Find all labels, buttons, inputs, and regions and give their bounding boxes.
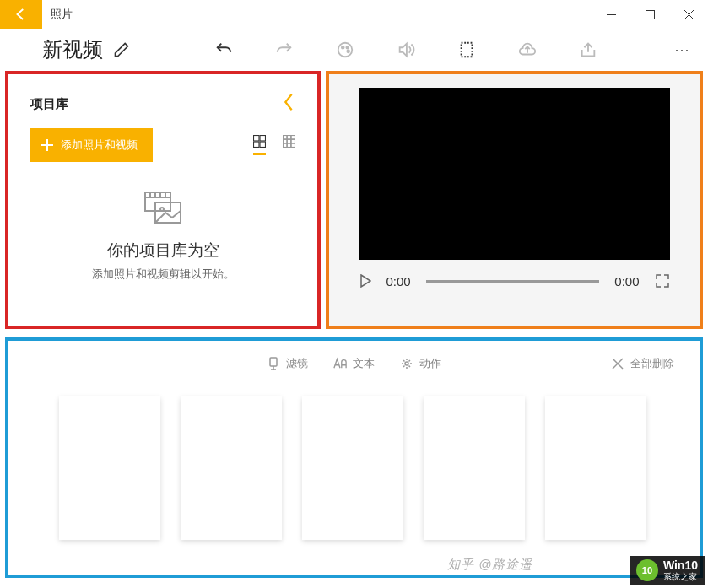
svg-rect-23 xyxy=(291,143,295,147)
svg-point-4 xyxy=(338,43,353,57)
library-panel: 项目库 添加照片和视频 你的项目库为空 添加照片和视频剪辑以开始。 xyxy=(5,71,321,329)
minimize-icon xyxy=(607,10,616,19)
svg-rect-22 xyxy=(287,143,290,147)
text-button[interactable]: 文本 xyxy=(333,356,375,371)
svg-rect-1 xyxy=(646,10,654,19)
clip-placeholder[interactable] xyxy=(59,396,160,540)
add-media-label: 添加照片和视频 xyxy=(61,138,138,153)
video-preview[interactable] xyxy=(359,88,670,260)
share-icon[interactable] xyxy=(579,40,597,59)
empty-subtitle: 添加照片和视频剪辑以开始。 xyxy=(30,267,295,282)
svg-rect-21 xyxy=(284,143,287,147)
motion-button[interactable]: 动作 xyxy=(400,356,441,371)
titlebar: 照片 xyxy=(0,0,708,29)
maximize-icon xyxy=(646,10,655,19)
svg-rect-8 xyxy=(462,43,473,57)
add-media-button[interactable]: 添加照片和视频 xyxy=(30,128,153,162)
svg-rect-12 xyxy=(260,136,265,141)
svg-rect-19 xyxy=(287,139,290,143)
clip-placeholder[interactable] xyxy=(302,396,403,540)
back-button[interactable] xyxy=(0,0,42,29)
svg-rect-18 xyxy=(284,139,287,143)
svg-rect-17 xyxy=(291,136,295,139)
arrow-left-icon xyxy=(14,7,29,22)
clip-strip xyxy=(8,380,700,557)
clip-placeholder[interactable] xyxy=(545,396,646,540)
main-toolbar: 新视频 ⋯ xyxy=(0,29,708,71)
filter-icon xyxy=(267,357,280,370)
grid-large-icon[interactable] xyxy=(253,135,266,155)
grid-small-icon[interactable] xyxy=(283,135,295,148)
redo-icon[interactable] xyxy=(275,40,294,59)
cloud-icon[interactable] xyxy=(518,40,537,59)
svg-rect-16 xyxy=(287,136,290,139)
empty-title: 你的项目库为空 xyxy=(30,240,295,262)
svg-rect-11 xyxy=(254,136,259,141)
media-empty-icon xyxy=(143,191,182,224)
undo-icon[interactable] xyxy=(214,40,233,59)
motion-icon xyxy=(400,357,413,370)
pencil-icon[interactable] xyxy=(113,41,130,58)
collapse-library-button[interactable] xyxy=(282,93,295,115)
watermark-win10: 10 Win10 系统之家 xyxy=(630,556,705,585)
time-current: 0:00 xyxy=(386,274,411,289)
svg-point-33 xyxy=(405,362,408,365)
play-button[interactable] xyxy=(359,274,371,288)
svg-rect-14 xyxy=(260,142,265,147)
maximize-button[interactable] xyxy=(630,0,669,29)
fullscreen-button[interactable] xyxy=(655,273,670,289)
clip-placeholder[interactable] xyxy=(181,396,282,540)
app-title: 照片 xyxy=(51,7,73,22)
svg-rect-13 xyxy=(254,142,259,147)
svg-point-7 xyxy=(347,50,349,52)
filter-button[interactable]: 滤镜 xyxy=(267,356,308,371)
svg-rect-20 xyxy=(291,139,295,143)
svg-point-6 xyxy=(346,46,349,49)
storyboard-panel: 滤镜 文本 动作 全部删除 xyxy=(5,337,703,578)
delete-all-button[interactable]: 全部删除 xyxy=(612,356,674,371)
seek-bar[interactable] xyxy=(426,280,600,283)
close-button[interactable] xyxy=(669,0,708,29)
close-icon xyxy=(612,358,624,370)
preview-panel: 0:00 0:00 xyxy=(326,71,703,329)
svg-point-5 xyxy=(342,46,344,49)
aspect-icon[interactable] xyxy=(457,40,476,59)
minimize-button[interactable] xyxy=(592,0,630,29)
project-title: 新视频 xyxy=(42,36,103,63)
empty-library-state: 你的项目库为空 添加照片和视频剪辑以开始。 xyxy=(30,191,295,282)
storyboard-toolbar: 滤镜 文本 动作 全部删除 xyxy=(8,341,700,380)
watermark-zhihu: 知乎 @路途遥 xyxy=(447,557,532,573)
time-total: 0:00 xyxy=(614,274,639,289)
clip-placeholder[interactable] xyxy=(424,396,525,540)
more-options-button[interactable]: ⋯ xyxy=(674,40,700,59)
plus-icon xyxy=(41,138,54,152)
audio-icon[interactable] xyxy=(397,40,415,59)
theme-icon[interactable] xyxy=(336,40,354,59)
chevron-left-icon xyxy=(282,93,295,111)
win10-logo-icon: 10 xyxy=(636,559,658,581)
text-icon xyxy=(333,357,347,370)
svg-rect-15 xyxy=(284,136,287,139)
library-title: 项目库 xyxy=(30,96,68,112)
video-controls: 0:00 0:00 xyxy=(359,260,670,302)
svg-rect-32 xyxy=(270,358,277,366)
window-controls xyxy=(592,0,708,29)
svg-point-31 xyxy=(160,208,164,211)
close-icon xyxy=(684,10,694,19)
